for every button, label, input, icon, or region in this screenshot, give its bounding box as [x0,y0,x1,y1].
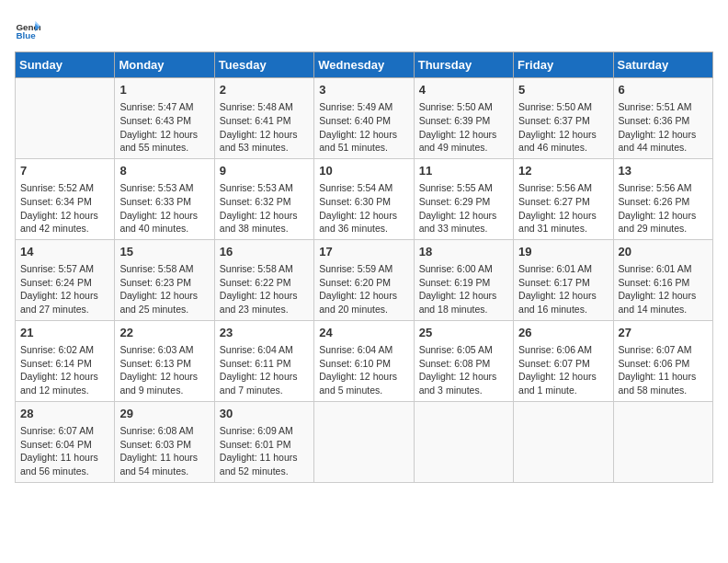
calendar-cell: 8Sunrise: 5:53 AMSunset: 6:33 PMDaylight… [115,158,214,239]
day-info: Sunrise: 6:01 AMSunset: 6:17 PMDaylight:… [518,262,608,316]
day-info: Sunrise: 5:47 AMSunset: 6:43 PMDaylight:… [119,100,209,155]
day-info: Sunrise: 6:00 AMSunset: 6:19 PMDaylight:… [419,262,508,316]
calendar-cell: 26Sunrise: 6:06 AMSunset: 6:07 PMDayligh… [514,320,613,401]
calendar-cell [514,401,613,482]
header-tuesday: Tuesday [214,52,313,78]
calendar-cell: 20Sunrise: 6:01 AMSunset: 6:16 PMDayligh… [613,239,712,320]
header-monday: Monday [115,52,214,78]
calendar-cell: 28Sunrise: 6:07 AMSunset: 6:04 PMDayligh… [16,401,115,482]
day-number: 21 [20,325,109,341]
day-number: 12 [518,163,608,179]
day-info: Sunrise: 5:57 AMSunset: 6:24 PMDaylight:… [20,262,109,316]
day-number: 17 [319,244,408,260]
day-number: 10 [319,163,408,179]
day-number: 16 [220,244,309,260]
calendar-cell: 22Sunrise: 6:03 AMSunset: 6:13 PMDayligh… [115,320,214,401]
day-number: 2 [220,82,309,98]
day-info: Sunrise: 5:54 AMSunset: 6:30 PMDaylight:… [319,181,408,236]
day-info: Sunrise: 5:49 AMSunset: 6:40 PMDaylight:… [319,100,408,155]
day-info: Sunrise: 5:50 AMSunset: 6:37 PMDaylight:… [518,100,608,155]
day-number: 26 [518,325,608,341]
calendar-header-row: SundayMondayTuesdayWednesdayThursdayFrid… [16,52,713,78]
calendar-cell: 17Sunrise: 5:59 AMSunset: 6:20 PMDayligh… [314,239,414,320]
day-info: Sunrise: 6:08 AMSunset: 6:03 PMDaylight:… [119,424,209,478]
day-number: 5 [518,82,608,98]
day-number: 24 [319,325,408,341]
day-number: 25 [419,325,508,341]
day-number: 23 [220,325,309,341]
header-saturday: Saturday [613,52,712,78]
calendar-cell: 30Sunrise: 6:09 AMSunset: 6:01 PMDayligh… [214,401,313,482]
day-number: 1 [119,82,209,98]
day-number: 8 [119,163,209,179]
calendar-cell: 9Sunrise: 5:53 AMSunset: 6:32 PMDaylight… [214,158,313,239]
calendar-cell: 29Sunrise: 6:08 AMSunset: 6:03 PMDayligh… [115,401,214,482]
day-number: 28 [20,406,109,422]
day-info: Sunrise: 5:55 AMSunset: 6:29 PMDaylight:… [419,181,508,236]
day-info: Sunrise: 6:06 AMSunset: 6:07 PMDaylight:… [518,343,608,397]
calendar-cell [414,401,513,482]
calendar-cell: 24Sunrise: 6:04 AMSunset: 6:10 PMDayligh… [314,320,414,401]
day-number: 22 [119,325,209,341]
calendar-cell [16,78,115,159]
calendar-cell: 18Sunrise: 6:00 AMSunset: 6:19 PMDayligh… [414,239,513,320]
calendar-cell: 27Sunrise: 6:07 AMSunset: 6:06 PMDayligh… [613,320,712,401]
page-header: General Blue [15,15,713,44]
day-info: Sunrise: 5:48 AMSunset: 6:41 PMDaylight:… [220,100,309,155]
calendar-cell: 25Sunrise: 6:05 AMSunset: 6:08 PMDayligh… [414,320,513,401]
day-info: Sunrise: 6:01 AMSunset: 6:16 PMDaylight:… [619,262,708,316]
day-info: Sunrise: 6:04 AMSunset: 6:11 PMDaylight:… [220,343,309,397]
day-number: 20 [619,244,708,260]
day-info: Sunrise: 6:02 AMSunset: 6:14 PMDaylight:… [20,343,109,397]
day-info: Sunrise: 6:07 AMSunset: 6:04 PMDaylight:… [20,424,109,478]
header-thursday: Thursday [414,52,513,78]
day-number: 29 [119,406,209,422]
logo: General Blue [15,18,40,44]
calendar-cell: 14Sunrise: 5:57 AMSunset: 6:24 PMDayligh… [16,239,115,320]
day-info: Sunrise: 5:59 AMSunset: 6:20 PMDaylight:… [319,262,408,316]
calendar-cell: 11Sunrise: 5:55 AMSunset: 6:29 PMDayligh… [414,158,513,239]
day-info: Sunrise: 5:52 AMSunset: 6:34 PMDaylight:… [20,181,109,236]
calendar-week-4: 21Sunrise: 6:02 AMSunset: 6:14 PMDayligh… [16,320,713,401]
day-number: 30 [220,406,309,422]
day-info: Sunrise: 5:56 AMSunset: 6:26 PMDaylight:… [619,181,708,236]
day-number: 13 [619,163,708,179]
calendar-cell: 12Sunrise: 5:56 AMSunset: 6:27 PMDayligh… [514,158,613,239]
calendar-week-3: 14Sunrise: 5:57 AMSunset: 6:24 PMDayligh… [16,239,713,320]
day-info: Sunrise: 5:58 AMSunset: 6:23 PMDaylight:… [119,262,209,316]
calendar-cell: 4Sunrise: 5:50 AMSunset: 6:39 PMDaylight… [414,78,513,159]
calendar-cell: 7Sunrise: 5:52 AMSunset: 6:34 PMDaylight… [16,158,115,239]
day-number: 14 [20,244,109,260]
day-info: Sunrise: 6:07 AMSunset: 6:06 PMDaylight:… [619,343,708,397]
calendar-cell [613,401,712,482]
day-number: 4 [419,82,508,98]
day-number: 11 [419,163,508,179]
calendar-week-2: 7Sunrise: 5:52 AMSunset: 6:34 PMDaylight… [16,158,713,239]
day-info: Sunrise: 5:53 AMSunset: 6:33 PMDaylight:… [119,181,209,236]
calendar-cell: 6Sunrise: 5:51 AMSunset: 6:36 PMDaylight… [613,78,712,159]
calendar-cell: 13Sunrise: 5:56 AMSunset: 6:26 PMDayligh… [613,158,712,239]
calendar-cell: 2Sunrise: 5:48 AMSunset: 6:41 PMDaylight… [214,78,313,159]
calendar-cell: 21Sunrise: 6:02 AMSunset: 6:14 PMDayligh… [16,320,115,401]
day-number: 7 [20,163,109,179]
svg-text:Blue: Blue [16,30,36,40]
calendar-cell: 16Sunrise: 5:58 AMSunset: 6:22 PMDayligh… [214,239,313,320]
logo-icon: General Blue [15,18,40,44]
day-number: 9 [220,163,309,179]
day-info: Sunrise: 6:05 AMSunset: 6:08 PMDaylight:… [419,343,508,397]
day-info: Sunrise: 5:58 AMSunset: 6:22 PMDaylight:… [220,262,309,316]
calendar-cell: 3Sunrise: 5:49 AMSunset: 6:40 PMDaylight… [314,78,414,159]
day-info: Sunrise: 5:53 AMSunset: 6:32 PMDaylight:… [220,181,309,236]
calendar-cell: 19Sunrise: 6:01 AMSunset: 6:17 PMDayligh… [514,239,613,320]
header-wednesday: Wednesday [314,52,414,78]
calendar-week-1: 1Sunrise: 5:47 AMSunset: 6:43 PMDaylight… [16,78,713,159]
day-number: 6 [619,82,708,98]
day-info: Sunrise: 6:04 AMSunset: 6:10 PMDaylight:… [319,343,408,397]
day-number: 19 [518,244,608,260]
day-info: Sunrise: 6:09 AMSunset: 6:01 PMDaylight:… [220,424,309,478]
day-number: 27 [619,325,708,341]
calendar-table: SundayMondayTuesdayWednesdayThursdayFrid… [15,52,713,483]
calendar-week-5: 28Sunrise: 6:07 AMSunset: 6:04 PMDayligh… [16,401,713,482]
day-info: Sunrise: 5:50 AMSunset: 6:39 PMDaylight:… [419,100,508,155]
day-number: 18 [419,244,508,260]
